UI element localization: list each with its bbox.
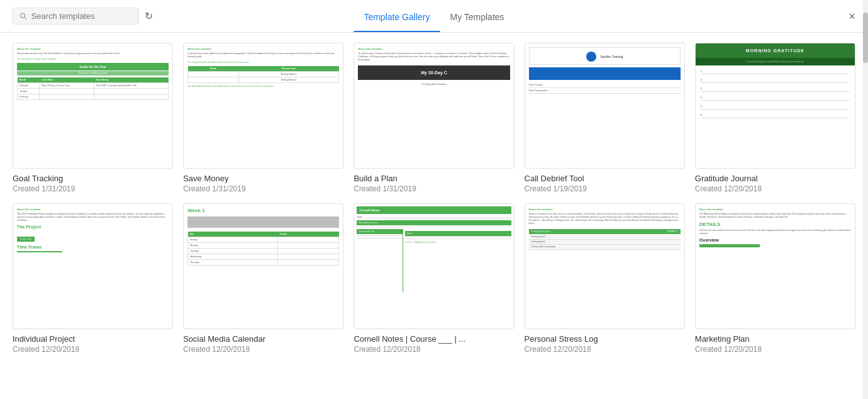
cn-body: Questions/Cues: Notes Pro-Tip — Highligh… — [357, 229, 511, 292]
cell-example: Example — [18, 82, 40, 88]
scrollbar-thumb[interactable] — [863, 13, 868, 63]
gratitude-line-6: 6. — [701, 113, 850, 118]
template-name-marketing-plan: Marketing Plan — [695, 334, 855, 344]
template-card-call-debrief[interactable]: Sandler Training Client Contact: Client … — [525, 43, 685, 193]
template-info-cornell-notes: Cornell Notes | Course ___ | ... Created… — [353, 329, 514, 354]
ip-time-frame: Time Frame — [17, 245, 169, 249]
search-input[interactable] — [31, 11, 131, 21]
scrollbar-track — [863, 0, 868, 399]
cn-notes-section: Notes — [405, 231, 511, 236]
save-col1: Month — [188, 66, 239, 72]
feelings-row-3: Having trouble concentrating — [529, 245, 681, 250]
template-card-build-plan[interactable]: About this template: To reach a goal, it… — [353, 43, 514, 193]
template-card-individual-project[interactable]: About this template: The GTD® Individual… — [13, 203, 173, 354]
thumb-about-mp: About this template: — [699, 208, 851, 211]
field-client-org: Client Organization: — [529, 88, 681, 94]
thumb-about-stress: About this template: — [529, 208, 681, 211]
thumb-tip-save: Tip: Copy and paste the tables below for… — [187, 61, 339, 64]
cn-topic-label: Topic: — [357, 216, 362, 218]
template-card-goal-tracking[interactable]: About this template: Stay focused all ye… — [13, 43, 173, 193]
thumb-about-save: About this template: — [187, 47, 339, 50]
save-tip2: Tip: Add additional rows to the table be… — [187, 85, 339, 87]
template-name-individual-project: Individual Project — [13, 334, 173, 344]
mp-quarter-bar — [699, 244, 760, 247]
cell-january: January — [18, 88, 40, 94]
search-icon — [19, 12, 28, 21]
sm-gray-bar — [187, 216, 339, 228]
cn-q-line2 — [357, 238, 403, 239]
template-name-save-money: Save Money — [183, 174, 343, 183]
blue-bar — [529, 67, 681, 80]
gratitude-line-3: 3. — [701, 87, 850, 92]
thumb-about-build: About this template: — [358, 47, 509, 50]
goals-header: Goals for the Year — [17, 63, 169, 70]
template-card-gratitude-journal[interactable]: MORNING GRATITUDE List a few things you'… — [695, 43, 855, 193]
tab-my-templates[interactable]: My Templates — [440, 3, 514, 32]
thumb-body-save: It can be easy to lose sight of your bud… — [187, 52, 339, 59]
template-info-build-plan: Build a Plan Created 1/31/2019 — [353, 169, 514, 193]
template-name-call-debrief: Call Debrief Tool — [525, 174, 685, 183]
gratitude-line-4: 4. — [701, 96, 850, 101]
template-name-cornell-notes: Cornell Notes | Course ___ | ... — [353, 334, 514, 344]
feelings-label: Feelings/Sensations — [531, 230, 552, 233]
cn-right: Notes Pro-Tip — Highlight what's importa… — [405, 229, 511, 292]
template-thumbnail-save-money: About this template: It can be easy to l… — [183, 43, 343, 169]
sm-monday: Monday — [188, 243, 278, 249]
ip-green-line — [17, 251, 62, 252]
template-info-gratitude-journal: Gratitude Journal Created 12/20/2018 — [695, 169, 855, 193]
template-name-build-plan: Build a Plan — [353, 174, 514, 183]
refresh-icon[interactable]: ↻ — [145, 10, 153, 22]
cell-savings: Save $467 in savings and paid bills in f… — [94, 82, 169, 88]
ip-project-box: Project Title — [17, 237, 35, 242]
template-info-goal-tracking: Goal Tracking Created 1/31/2019 — [13, 169, 173, 193]
tab-template-gallery[interactable]: Template Gallery — [353, 3, 440, 32]
template-card-social-media[interactable]: Week 1 Day Twitter Sunday — [183, 203, 343, 354]
thumb-banner-build: My 30-Day C — [358, 65, 509, 80]
gratitude-subtext: List a few things you're grateful for wh… — [696, 58, 855, 65]
cell-books: Read 3 books; 12 more to go — [40, 82, 94, 88]
mp-details-title: DETAILS — [699, 222, 851, 227]
feelings-row-2: Feeling depleted — [529, 240, 681, 245]
cn-questions-section: Questions/Cues: — [357, 229, 403, 234]
col-learn: Learn More — [40, 77, 94, 83]
template-thumbnail-individual-project: About this template: The GTD® Individual… — [13, 203, 173, 329]
gratitude-lines: 1. 2. 3. 4. 5. 6. — [696, 65, 855, 126]
mp-details-body: This has two sub-sections for an Overvie… — [699, 229, 851, 235]
sm-col-day: Day — [188, 232, 278, 237]
templates-content: About this template: Stay focused all ye… — [0, 33, 868, 399]
cn-n-line2 — [405, 239, 511, 239]
cell-february: February — [18, 94, 40, 99]
sandler-circle — [586, 52, 596, 62]
template-info-individual-project: Individual Project Created 12/20/2018 — [13, 329, 173, 354]
cn-n-line1 — [405, 236, 511, 237]
close-button[interactable]: × — [849, 11, 855, 22]
mp-overview-title: Overview — [699, 238, 851, 242]
template-info-save-money: Save Money Created 1/31/2019 — [183, 169, 343, 193]
template-date-save-money: Created 1/31/2019 — [183, 184, 343, 193]
template-name-gratitude-journal: Gratitude Journal — [695, 174, 855, 183]
template-date-social-media: Created 12/20/2018 — [183, 345, 343, 354]
svg-line-1 — [25, 17, 26, 19]
cn-topic-row: Topic: — [357, 216, 511, 218]
thumb-tip-goal: Tip: Use with our Yearly Goals template. — [17, 58, 169, 60]
template-date-call-debrief: Created 1/19/2019 — [525, 184, 685, 193]
sm-wednesday: Wednesday — [188, 254, 278, 260]
template-card-cornell-notes[interactable]: Cornell Notes Topic: Essential Question:… — [353, 203, 514, 354]
thumb-body-build: To reach a goal, it helps to build a pla… — [358, 52, 509, 62]
field-client-contact: Client Contact: — [529, 82, 681, 88]
template-card-stress-log[interactable]: About this template: Stress is common in… — [525, 203, 685, 354]
gratitude-line-5: 5. — [701, 104, 850, 110]
thumb-body-stress: Stress is common in our lives, but it's … — [529, 213, 681, 225]
template-name-social-media: Social Media Calendar — [183, 334, 343, 344]
template-date-build-plan: Created 1/31/2019 — [353, 184, 514, 193]
template-card-marketing-plan[interactable]: About this template: The Marketing Plan … — [695, 203, 855, 354]
search-container[interactable] — [13, 8, 138, 25]
save-r2: Ending Balance — [238, 77, 339, 82]
ip-project-title: The Project — [17, 225, 169, 229]
template-info-marketing-plan: Marketing Plan Created 12/20/2018 — [695, 329, 855, 354]
template-card-save-money[interactable]: About this template: It can be easy to l… — [183, 43, 343, 193]
cn-q-line1 — [357, 235, 403, 236]
feelings-header: Feelings/Sensations DD/MM/YY — [529, 229, 681, 234]
thumb-body-mp: The Marketing Plan template is designed … — [699, 213, 851, 219]
sm-tuesday: Tuesday — [188, 249, 278, 254]
